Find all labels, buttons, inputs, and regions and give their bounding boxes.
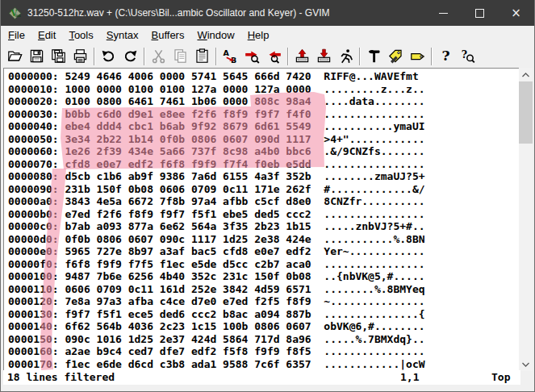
ruler-position: 1,1 xyxy=(400,370,419,385)
save-file-icon xyxy=(29,48,44,64)
find-replace-button[interactable]: AB xyxy=(219,46,241,67)
menu-file[interactable]: File xyxy=(2,27,31,44)
menu-syntax[interactable]: Syntax xyxy=(100,27,145,44)
hex-line: 0000080: d5cb c1b6 ab9f 9386 7a6d 6155 4… xyxy=(4,170,520,183)
cut-button xyxy=(148,46,169,67)
svg-text:A: A xyxy=(224,48,230,57)
hex-line: 0000150: 090c 1016 1d25 2e37 424d 5864 7… xyxy=(4,333,520,346)
save-session-icon xyxy=(316,48,332,64)
save-file-button[interactable] xyxy=(26,46,48,67)
close-button[interactable]: × xyxy=(498,0,534,26)
save-session-button[interactable] xyxy=(313,46,335,67)
close-icon: × xyxy=(511,7,521,19)
chevron-down-icon xyxy=(522,362,529,367)
hex-line: 0000130: f9f7 f5f1 ece5 ded6 ccc2 b8ac a… xyxy=(4,308,520,321)
find-prev-icon xyxy=(266,48,282,64)
svg-text:im: im xyxy=(15,14,21,18)
menu-bar: FileEditToolsSyntaxBuffersWindowHelp xyxy=(1,26,535,44)
hex-line: 0000030: b0bb c6d0 d9e1 e8ee f2f6 f8f9 f… xyxy=(4,108,520,121)
vim-logo-icon: V im xyxy=(8,6,22,20)
redo-button[interactable] xyxy=(119,46,141,67)
hex-line: 00000a0: 3843 4e5a 6672 7f8b 97a4 afbb c… xyxy=(4,195,520,208)
toolbar-separator xyxy=(94,48,95,65)
hex-line: 00000c0: b7ab a093 877a 6e62 564a 3f35 2… xyxy=(4,220,520,233)
hex-line: 0000040: ebe4 ddd4 cbc1 b6ab 9f92 8679 6… xyxy=(4,120,520,133)
help-icon: ? xyxy=(438,48,453,64)
hex-line: 00000e0: 5965 727e 8b97 a3af bac5 cfd8 e… xyxy=(4,245,520,258)
find-next-button[interactable] xyxy=(241,46,263,67)
scroll-position-label: Top xyxy=(491,370,510,385)
scroll-up-button[interactable] xyxy=(519,68,533,81)
menu-tools[interactable]: Tools xyxy=(62,27,99,44)
menu-buffers[interactable]: Buffers xyxy=(144,27,190,44)
hex-line: 0000000: 5249 4646 4006 0000 5741 5645 6… xyxy=(4,70,520,83)
command-line[interactable]: 18 lines filtered 1,1 Top xyxy=(3,370,520,385)
make-button[interactable] xyxy=(363,46,385,67)
editor-text-area[interactable]: 0000000: 5249 4646 4006 0000 5741 5645 6… xyxy=(3,68,520,371)
minimize-icon xyxy=(439,13,448,14)
jump-to-tag-button[interactable] xyxy=(407,46,428,67)
find-help-button[interactable]: ? xyxy=(457,46,479,67)
save-all-icon xyxy=(51,48,66,64)
maximize-button[interactable] xyxy=(462,0,498,26)
print-button[interactable] xyxy=(69,46,91,67)
hex-line: 0000120: 7e8a 97a3 afba c4ce d7e0 e7ed f… xyxy=(4,295,520,308)
jump-to-tag-icon xyxy=(410,48,425,64)
toolbar-separator xyxy=(431,48,433,65)
redo-icon xyxy=(123,48,138,64)
find-prev-button[interactable] xyxy=(263,46,285,67)
window-title: 31250-512hz.wav + (C:\Users\Bil...ambic … xyxy=(27,7,425,19)
svg-text:?: ? xyxy=(441,48,449,64)
toolbar-separator xyxy=(359,48,361,65)
hex-line: 0000020: 0100 0800 6461 7461 1b06 0000 8… xyxy=(4,95,520,108)
make-icon xyxy=(366,48,382,64)
hex-line: 0000060: 1e26 2f39 434e 5a66 737f 8c98 a… xyxy=(4,145,520,158)
build-tags-button[interactable] xyxy=(385,46,407,67)
find-replace-icon: AB xyxy=(223,48,238,64)
toolbar-separator xyxy=(144,48,145,65)
maximize-icon xyxy=(475,9,484,18)
scroll-down-button[interactable] xyxy=(519,357,533,371)
menu-window[interactable]: Window xyxy=(190,27,240,44)
hex-line: 0000070: cfd8 e0e7 edf2 f6f8 f9f9 f7f4 f… xyxy=(4,158,520,171)
hex-line: 0000170: f1ec e6de d6cd c3b8 ada1 9588 7… xyxy=(4,358,520,371)
open-file-icon xyxy=(7,48,23,64)
hex-line: 0000100: 9487 7b6e 6256 4b40 352c 231c 1… xyxy=(4,270,520,283)
toolbar-separator xyxy=(287,48,289,65)
run-script-button[interactable] xyxy=(335,46,357,67)
undo-button[interactable] xyxy=(98,46,119,67)
save-all-button[interactable] xyxy=(48,46,69,67)
chevron-up-icon xyxy=(522,73,529,77)
menu-edit[interactable]: Edit xyxy=(31,27,62,44)
hex-line: 0000090: 231b 150f 0b08 0606 0709 0c11 1… xyxy=(4,183,520,196)
load-session-button[interactable] xyxy=(291,46,313,67)
hex-line: 00000f0: f6f8 f9f9 f7f5 f1ec e5de d5cc c… xyxy=(4,258,520,271)
menu-help[interactable]: Help xyxy=(241,27,276,44)
status-message: 18 lines filtered xyxy=(7,370,115,385)
help-button[interactable]: ? xyxy=(435,46,457,67)
hex-dump: 0000000: 5249 4646 4006 0000 5741 5645 6… xyxy=(4,69,520,370)
gvim-window: V im 31250-512hz.wav + (C:\Users\Bil...a… xyxy=(0,0,535,392)
hex-line: 0000010: 1000 0000 0100 0100 127a 0000 1… xyxy=(4,83,520,96)
minimize-button[interactable] xyxy=(425,0,462,26)
paste-button[interactable] xyxy=(191,46,213,67)
toolbar: AB?? xyxy=(1,44,535,68)
scrollbar-thumb[interactable] xyxy=(519,81,533,144)
print-icon xyxy=(73,48,88,64)
vertical-scrollbar[interactable] xyxy=(519,68,533,371)
hex-line: 0000160: a2ae b9c4 ced7 dfe7 edf2 f5f8 f… xyxy=(4,345,520,358)
find-help-icon: ? xyxy=(460,48,475,64)
build-tags-icon xyxy=(388,48,403,64)
hex-line: 00000d0: 0f0b 0806 0607 090c 1117 1d25 2… xyxy=(4,233,520,246)
cut-icon xyxy=(151,48,166,64)
open-file-button[interactable] xyxy=(4,46,26,67)
hex-line: 00000b0: e7ed f2f6 f8f9 f9f7 f5f1 ebe5 d… xyxy=(4,208,520,221)
toolbar-separator xyxy=(215,48,217,65)
title-bar: V im 31250-512hz.wav + (C:\Users\Bil...a… xyxy=(1,0,534,26)
copy-icon xyxy=(173,48,188,64)
copy-button xyxy=(169,46,191,67)
find-next-icon xyxy=(245,48,260,64)
undo-icon xyxy=(101,48,116,64)
svg-text:?: ? xyxy=(462,48,467,60)
load-session-icon xyxy=(295,48,310,64)
